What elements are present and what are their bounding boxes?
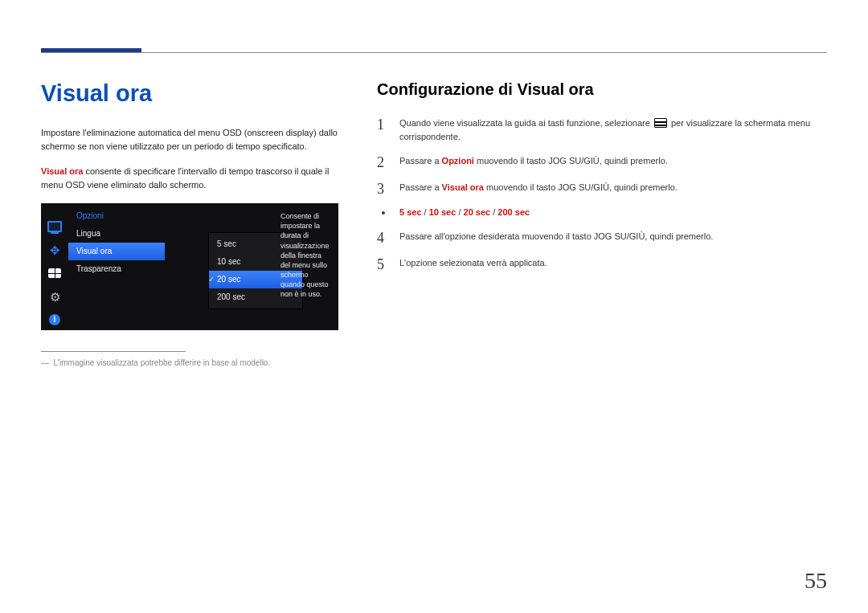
bullet-dot-icon: • — [377, 207, 390, 219]
step: 3Passare a Visual ora muovendo il tasto … — [377, 181, 827, 196]
info-icon: i — [47, 313, 62, 327]
step: 5L'opzione selezionata verrà applicata. — [377, 256, 827, 272]
options-values: 5 sec / 10 sec / 20 sec / 200 sec — [399, 207, 530, 219]
step-body: Quando viene visualizzata la guida ai ta… — [399, 116, 827, 143]
osd-help-text: Consente di impostare la durata di visua… — [274, 203, 338, 307]
osd-menu-item: Lingua — [68, 225, 165, 243]
footnote: ― L'immagine visualizzata potrebbe diffe… — [41, 358, 338, 367]
step-bold-term: Opzioni — [442, 156, 474, 166]
osd-menu-title: Opzioni — [68, 210, 165, 225]
right-column: Configurazione di Visual ora 1Quando vie… — [377, 80, 827, 367]
steps-list: 1Quando viene visualizzata la guida ai t… — [377, 116, 827, 272]
menu-icon — [654, 118, 667, 128]
page-number: 55 — [805, 568, 827, 594]
header-rule — [41, 52, 827, 53]
intro-rest: consente di specificare l'intervallo di … — [41, 166, 329, 190]
options-bullet: •5 sec / 10 sec / 20 sec / 200 sec — [377, 207, 827, 219]
step-bold-term: Visual ora — [442, 182, 484, 192]
osd-menu-item: Visual ora — [68, 243, 165, 260]
step-number: 1 — [377, 116, 390, 132]
page-content: Visual ora Impostare l'eliminazione auto… — [41, 80, 827, 367]
section-heading: Visual ora — [41, 80, 338, 107]
step: 2Passare a Opzioni muovendo il tasto JOG… — [377, 154, 827, 170]
step-number: 2 — [377, 154, 390, 170]
step: 1Quando viene visualizzata la guida ai t… — [377, 116, 827, 143]
osd-main-menu: Opzioni LinguaVisual oraTrasparenza — [68, 203, 165, 330]
osd-menu-item: Trasparenza — [68, 260, 165, 278]
step-body: Passare a Visual ora muovendo il tasto J… — [399, 181, 678, 194]
step: 4Passare all'opzione desiderata muovendo… — [377, 230, 827, 245]
step-number: 3 — [377, 181, 390, 196]
gear-icon: ⚙ — [47, 289, 62, 304]
step-number: 5 — [377, 256, 390, 272]
subsection-heading: Configurazione di Visual ora — [377, 80, 827, 99]
intro-paragraph-2: Visual ora consente di specificare l'int… — [41, 165, 338, 192]
monitor-icon — [47, 219, 62, 234]
osd-sidebar-icons: ✥ ⚙ i — [41, 203, 68, 330]
left-column: Visual ora Impostare l'eliminazione auto… — [41, 80, 338, 367]
step-body: L'opzione selezionata verrà applicata. — [399, 256, 547, 270]
grid-icon — [47, 266, 62, 280]
step-body: Passare all'opzione desiderata muovendo … — [399, 230, 713, 243]
osd-screenshot: ✥ ⚙ i Opzioni LinguaVisual oraTrasparenz… — [41, 203, 338, 330]
intro-paragraph-1: Impostare l'eliminazione automatica del … — [41, 126, 338, 153]
move-icon: ✥ — [47, 243, 62, 257]
intro-bold-term: Visual ora — [41, 166, 83, 176]
footnote-rule — [41, 351, 186, 352]
step-body: Passare a Opzioni muovendo il tasto JOG … — [399, 154, 668, 168]
step-number: 4 — [377, 230, 390, 245]
